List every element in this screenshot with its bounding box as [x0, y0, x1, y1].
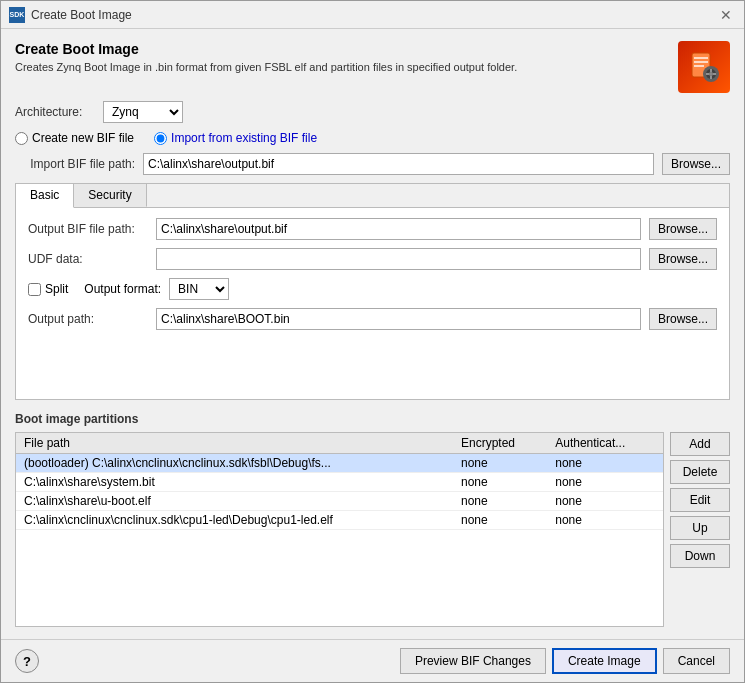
- format-row: Output format: BIN MCS HEX: [84, 278, 229, 300]
- cell-file-path: C:\alinx\share\u-boot.elf: [16, 492, 453, 511]
- sdk-icon: SDK: [9, 7, 25, 23]
- create-new-bif-label: Create new BIF file: [32, 131, 134, 145]
- split-format-row: Split Output format: BIN MCS HEX: [28, 278, 717, 300]
- output-path-row: Output path: Browse...: [28, 308, 717, 330]
- col-file-path: File path: [16, 433, 453, 454]
- preview-bif-button[interactable]: Preview BIF Changes: [400, 648, 546, 674]
- cell-auth: none: [547, 511, 663, 530]
- header-icon: [678, 41, 730, 93]
- import-bif-option[interactable]: Import from existing BIF file: [154, 131, 317, 145]
- tabs-container: Basic Security Output BIF file path: Bro…: [15, 183, 730, 400]
- bottom-bar: ? Preview BIF Changes Create Image Cance…: [1, 639, 744, 682]
- cell-encrypted: none: [453, 473, 547, 492]
- partitions-section: Boot image partitions File path Encrypte…: [15, 412, 730, 627]
- tab-basic-content: Output BIF file path: Browse... UDF data…: [16, 208, 729, 340]
- delete-partition-button[interactable]: Delete: [670, 460, 730, 484]
- partitions-table: File path Encrypted Authenticat... (boot…: [16, 433, 663, 530]
- table-row[interactable]: C:\alinx\share\system.bit none none: [16, 473, 663, 492]
- split-checkbox[interactable]: [28, 283, 41, 296]
- dialog-description: Creates Zynq Boot Image in .bin format f…: [15, 61, 517, 73]
- title-bar: SDK Create Boot Image ✕: [1, 1, 744, 29]
- output-path-label: Output path:: [28, 312, 148, 326]
- import-bif-radio[interactable]: [154, 132, 167, 145]
- import-bif-path-row: Import BIF file path: Browse...: [15, 153, 730, 175]
- create-new-bif-option[interactable]: Create new BIF file: [15, 131, 134, 145]
- cancel-button[interactable]: Cancel: [663, 648, 730, 674]
- cell-encrypted: none: [453, 492, 547, 511]
- header-section: Create Boot Image Creates Zynq Boot Imag…: [15, 41, 730, 93]
- dialog-title: Create Boot Image: [15, 41, 517, 57]
- output-bif-browse-button[interactable]: Browse...: [649, 218, 717, 240]
- col-encrypted: Encrypted: [453, 433, 547, 454]
- cell-file-path: C:\alinx\share\system.bit: [16, 473, 453, 492]
- cell-encrypted: none: [453, 511, 547, 530]
- dialog-window: SDK Create Boot Image ✕ Create Boot Imag…: [0, 0, 745, 683]
- table-row[interactable]: (bootloader) C:\alinx\cnclinux\cnclinux.…: [16, 454, 663, 473]
- bottom-right-buttons: Preview BIF Changes Create Image Cancel: [400, 648, 730, 674]
- cell-auth: none: [547, 454, 663, 473]
- title-bar-left: SDK Create Boot Image: [9, 7, 132, 23]
- bif-options-row: Create new BIF file Import from existing…: [15, 131, 730, 145]
- table-row[interactable]: C:\alinx\cnclinux\cnclinux.sdk\cpu1-led\…: [16, 511, 663, 530]
- partitions-side-buttons: Add Delete Edit Up Down: [670, 432, 730, 627]
- architecture-row: Architecture: Zynq ZynqMP Versal: [15, 101, 730, 123]
- close-button[interactable]: ✕: [716, 5, 736, 25]
- header-text: Create Boot Image Creates Zynq Boot Imag…: [15, 41, 517, 73]
- svg-rect-1: [694, 57, 708, 59]
- partitions-content: File path Encrypted Authenticat... (boot…: [15, 432, 730, 627]
- cell-encrypted: none: [453, 454, 547, 473]
- edit-partition-button[interactable]: Edit: [670, 488, 730, 512]
- split-label: Split: [45, 282, 68, 296]
- partitions-label: Boot image partitions: [15, 412, 730, 426]
- udf-data-row: UDF data: Browse...: [28, 248, 717, 270]
- cell-auth: none: [547, 473, 663, 492]
- tab-header: Basic Security: [16, 184, 729, 208]
- tab-basic[interactable]: Basic: [16, 184, 74, 208]
- help-button[interactable]: ?: [15, 649, 39, 673]
- cell-file-path: C:\alinx\cnclinux\cnclinux.sdk\cpu1-led\…: [16, 511, 453, 530]
- title-bar-text: Create Boot Image: [31, 8, 132, 22]
- down-partition-button[interactable]: Down: [670, 544, 730, 568]
- udf-data-label: UDF data:: [28, 252, 148, 266]
- output-bif-row: Output BIF file path: Browse...: [28, 218, 717, 240]
- up-partition-button[interactable]: Up: [670, 516, 730, 540]
- cell-file-path: (bootloader) C:\alinx\cnclinux\cnclinux.…: [16, 454, 453, 473]
- import-bif-browse-button[interactable]: Browse...: [662, 153, 730, 175]
- architecture-select[interactable]: Zynq ZynqMP Versal: [103, 101, 183, 123]
- col-auth: Authenticat...: [547, 433, 663, 454]
- output-path-browse-button[interactable]: Browse...: [649, 308, 717, 330]
- svg-rect-3: [694, 65, 704, 67]
- svg-point-6: [709, 72, 713, 76]
- cell-auth: none: [547, 492, 663, 511]
- split-option[interactable]: Split: [28, 282, 68, 296]
- tab-security[interactable]: Security: [74, 184, 146, 207]
- import-bif-path-label: Import BIF file path:: [15, 157, 135, 171]
- output-format-label: Output format:: [84, 282, 161, 296]
- import-bif-path-input[interactable]: [143, 153, 654, 175]
- udf-data-input[interactable]: [156, 248, 641, 270]
- output-bif-input[interactable]: [156, 218, 641, 240]
- add-partition-button[interactable]: Add: [670, 432, 730, 456]
- udf-data-browse-button[interactable]: Browse...: [649, 248, 717, 270]
- output-path-input[interactable]: [156, 308, 641, 330]
- output-bif-label: Output BIF file path:: [28, 222, 148, 236]
- architecture-label: Architecture:: [15, 105, 95, 119]
- table-row[interactable]: C:\alinx\share\u-boot.elf none none: [16, 492, 663, 511]
- svg-rect-2: [694, 61, 708, 63]
- create-image-button[interactable]: Create Image: [552, 648, 657, 674]
- main-content: Create Boot Image Creates Zynq Boot Imag…: [1, 29, 744, 639]
- import-bif-label: Import from existing BIF file: [171, 131, 317, 145]
- output-format-select[interactable]: BIN MCS HEX: [169, 278, 229, 300]
- partitions-table-container[interactable]: File path Encrypted Authenticat... (boot…: [15, 432, 664, 627]
- boot-image-icon: [688, 51, 720, 83]
- create-new-bif-radio[interactable]: [15, 132, 28, 145]
